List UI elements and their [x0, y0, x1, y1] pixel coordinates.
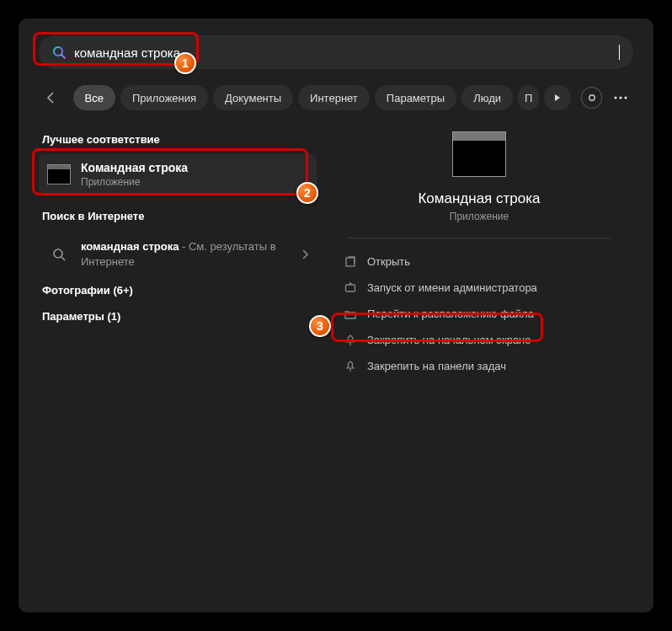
action-pin-start[interactable]: Закрепить на начальном экране: [333, 327, 625, 353]
svg-point-5: [624, 96, 627, 99]
search-input[interactable]: [74, 45, 612, 60]
filter-settings[interactable]: Параметры: [375, 85, 456, 110]
svg-rect-9: [346, 285, 355, 291]
action-label: Открыть: [367, 255, 410, 268]
search-icon: [47, 248, 71, 261]
filter-documents[interactable]: Документы: [213, 85, 293, 110]
preview-title: Командная строка: [418, 190, 540, 207]
scope-toggle[interactable]: [581, 87, 602, 109]
action-open[interactable]: Открыть: [333, 249, 625, 275]
filter-next[interactable]: [544, 85, 572, 110]
more-button[interactable]: [607, 85, 633, 110]
cmd-icon: [47, 164, 71, 184]
svg-point-4: [619, 96, 621, 99]
best-match-item[interactable]: Командная строка Приложение: [39, 154, 317, 195]
action-run-as-admin[interactable]: Запуск от имени администратора: [333, 275, 625, 301]
admin-icon: [344, 282, 357, 294]
cmd-icon: [452, 131, 506, 177]
category-settings[interactable]: Параметры (1): [39, 303, 317, 329]
svg-point-2: [589, 95, 595, 100]
play-icon: [553, 94, 562, 102]
best-match-heading: Лучшее соответствие: [42, 133, 317, 146]
filter-label: Документы: [225, 92, 281, 104]
preview-subtitle: Приложение: [450, 211, 509, 222]
results-column: Лучшее соответствие Командная строка При…: [39, 128, 317, 379]
web-result-item[interactable]: командная строка - См. результаты в Инте…: [39, 231, 317, 277]
action-label: Запуск от имени администратора: [367, 281, 537, 294]
preview-column: Командная строка Приложение Открыть: [325, 128, 633, 379]
filter-truncated[interactable]: П: [518, 85, 539, 110]
result-title: Командная строка: [81, 161, 188, 174]
circle-icon: [588, 94, 596, 102]
search-icon: [52, 45, 66, 59]
svg-rect-8: [346, 258, 355, 266]
filter-apps[interactable]: Приложения: [120, 85, 208, 110]
actions-list: Открыть Запуск от имени администратора П…: [333, 249, 625, 379]
web-heading: Поиск в Интернете: [42, 210, 317, 222]
pin-icon: [344, 334, 357, 346]
open-icon: [344, 256, 357, 268]
filters-row: Все Приложения Документы Интернет Параме…: [39, 84, 633, 111]
ellipsis-icon: [614, 96, 627, 99]
action-label: Перейти к расположению файла: [367, 307, 534, 320]
action-open-location[interactable]: Перейти к расположению файла: [333, 301, 625, 327]
svg-point-3: [614, 96, 616, 99]
filter-people[interactable]: Люди: [461, 85, 513, 110]
action-label: Закрепить на начальном экране: [367, 334, 531, 346]
filter-label: Параметры: [387, 92, 445, 104]
folder-icon: [344, 308, 357, 320]
search-panel: Все Приложения Документы Интернет Параме…: [19, 19, 653, 612]
web-result-text: командная строка - См. результаты в Инте…: [81, 239, 291, 269]
filter-label: Люди: [473, 92, 501, 104]
svg-line-1: [61, 55, 65, 58]
category-photos[interactable]: Фотографии (6+): [39, 277, 317, 303]
text-caret: [619, 45, 620, 60]
chevron-right-icon: [301, 249, 308, 259]
filter-label: Приложения: [132, 92, 196, 104]
action-pin-taskbar[interactable]: Закрепить на панели задач: [333, 353, 625, 379]
pin-icon: [344, 361, 357, 372]
action-label: Закрепить на панели задач: [367, 360, 506, 372]
filter-internet[interactable]: Интернет: [298, 85, 370, 110]
svg-point-6: [54, 249, 62, 258]
back-button[interactable]: [39, 84, 65, 111]
filter-all[interactable]: Все: [73, 85, 115, 110]
search-bar[interactable]: [39, 35, 633, 69]
divider: [348, 238, 610, 238]
filter-label: Интернет: [310, 92, 358, 104]
filter-label: Все: [85, 92, 104, 104]
result-subtitle: Приложение: [81, 176, 188, 188]
filter-label: П: [525, 92, 532, 104]
svg-line-7: [61, 257, 65, 260]
